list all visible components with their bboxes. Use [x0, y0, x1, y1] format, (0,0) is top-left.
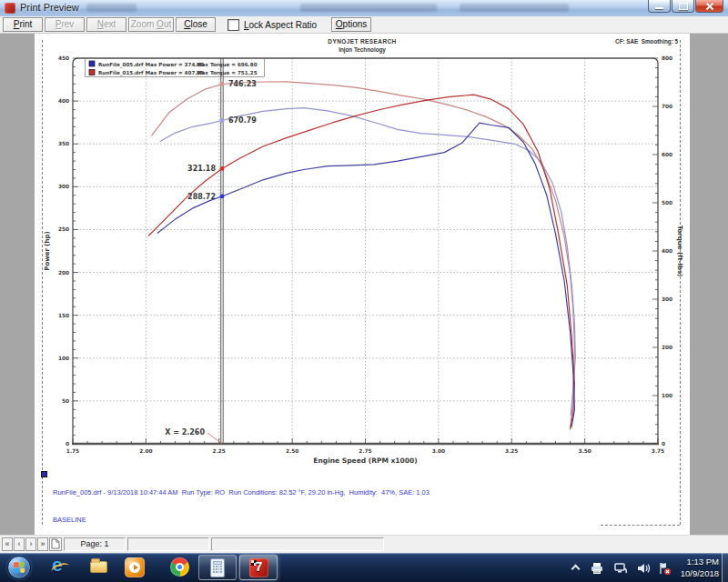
close-button[interactable] — [695, 0, 723, 13]
close-icon — [705, 2, 714, 11]
svg-text:Engine Speed (RPM x1000): Engine Speed (RPM x1000) — [313, 457, 417, 465]
print-preview-window: Print Preview Print Prev Next Zoom Out C… — [0, 0, 728, 553]
page-icon — [51, 538, 60, 549]
status-pane-3 — [211, 537, 384, 551]
svg-text:50: 50 — [62, 398, 69, 404]
screen: Print Preview Print Prev Next Zoom Out C… — [0, 0, 728, 582]
dyno-chart: 1.752.002.252.502.753.003.253.503.750501… — [35, 34, 690, 535]
svg-text:450: 450 — [58, 55, 69, 61]
svg-text:0: 0 — [66, 441, 69, 447]
minimize-icon — [655, 7, 663, 9]
chrome-taskbar-icon[interactable] — [170, 557, 190, 577]
svg-text:288.72: 288.72 — [187, 193, 216, 201]
start-button[interactable] — [7, 556, 31, 579]
network-icon — [613, 561, 628, 576]
svg-text:RunFile_005.drf Max Power = 37: RunFile_005.drf Max Power = 374.50 — [98, 62, 204, 68]
last-page-button[interactable]: » — [37, 537, 48, 551]
next-page-button[interactable]: › — [25, 537, 36, 551]
windows-explorer-taskbar-icon[interactable] — [89, 557, 109, 577]
prev-page-button[interactable]: ‹ — [14, 537, 25, 551]
media-player-taskbar-icon[interactable] — [125, 557, 145, 577]
svg-text:Max Torque = 751.25: Max Torque = 751.25 — [197, 70, 258, 76]
svg-text:300: 300 — [662, 296, 672, 302]
folder-icon — [90, 561, 107, 573]
options-button[interactable]: Options — [331, 17, 371, 32]
svg-text:321.18: 321.18 — [187, 165, 216, 173]
calculator-icon — [210, 558, 225, 577]
svg-text:Max Torque = 696.80: Max Torque = 696.80 — [197, 62, 258, 68]
svg-text:400: 400 — [662, 248, 672, 254]
app-icon — [5, 3, 15, 14]
svg-text:250: 250 — [58, 226, 69, 232]
close-preview-button[interactable]: Close — [176, 17, 216, 32]
run-bullet-blue — [41, 471, 47, 477]
lock-aspect-checkbox[interactable] — [228, 19, 239, 31]
svg-text:2.00: 2.00 — [139, 448, 152, 454]
chevron-up-icon — [571, 565, 581, 574]
windows-flag-icon — [14, 562, 25, 574]
svg-text:1.75: 1.75 — [66, 448, 79, 454]
svg-text:0: 0 — [662, 441, 665, 447]
svg-text:600: 600 — [662, 152, 672, 157]
svg-text:150: 150 — [58, 313, 69, 318]
svg-text:Power (hp): Power (hp) — [44, 231, 51, 270]
print-button[interactable]: Print — [3, 17, 43, 32]
svg-text:300: 300 — [58, 184, 69, 189]
svg-text:X = 2.260: X = 2.260 — [165, 428, 205, 436]
status-pane-2 — [127, 537, 209, 551]
svg-text:100: 100 — [58, 356, 69, 361]
svg-text:2.25: 2.25 — [213, 448, 226, 454]
clock-time: 1:13 PM — [672, 556, 719, 567]
maximize-button[interactable] — [672, 0, 694, 13]
svg-text:350: 350 — [58, 141, 69, 146]
action-center-tray-icon[interactable] — [657, 561, 672, 576]
lock-aspect-label: Lock Aspect Ratio — [244, 20, 317, 30]
zoom-out-button[interactable]: Zoom Out — [128, 17, 174, 32]
first-page-button[interactable]: « — [2, 537, 13, 551]
lock-aspect-wrap: Lock Aspect Ratio — [228, 19, 317, 31]
svg-text:2.75: 2.75 — [359, 448, 371, 454]
volume-tray-icon[interactable] — [636, 561, 651, 576]
prev-button[interactable]: Prev — [45, 17, 85, 32]
chrome-icon — [170, 557, 189, 577]
maximize-icon — [679, 3, 688, 10]
printer-icon — [590, 561, 604, 576]
tray-clock[interactable]: 1:13 PM 10/9/2018 — [672, 556, 719, 579]
page-number-pane: Page: 1 — [64, 537, 126, 551]
network-tray-icon[interactable] — [613, 561, 628, 576]
titlebar-ghost-text — [300, 4, 437, 12]
taskbar: e — [0, 553, 728, 582]
svg-text:3.50: 3.50 — [578, 448, 591, 454]
clock-date: 10/9/2018 — [672, 567, 719, 579]
minimize-button[interactable] — [648, 0, 671, 13]
titlebar[interactable]: Print Preview — [0, 0, 728, 17]
svg-text:3.25: 3.25 — [505, 448, 518, 454]
svg-text:Torque (ft-lbs): Torque (ft-lbs) — [676, 226, 683, 277]
svg-text:670.79: 670.79 — [228, 116, 257, 125]
svg-text:700: 700 — [662, 104, 672, 109]
tray-expand-button[interactable] — [570, 561, 584, 576]
page-setup-button[interactable] — [49, 537, 62, 551]
winpep-taskbar-button[interactable]: 7 — [239, 555, 278, 580]
calculator-taskbar-button[interactable] — [198, 555, 237, 580]
show-desktop-button[interactable] — [722, 553, 728, 582]
svg-text:3.75: 3.75 — [652, 448, 664, 454]
svg-text:746.23: 746.23 — [228, 80, 257, 88]
svg-text:800: 800 — [662, 55, 672, 61]
run1-name: BASELINE — [53, 516, 430, 525]
run1-details: RunFile_005.drf - 9/13/2018 10:47:44 AM … — [53, 488, 430, 497]
printer-tray-icon[interactable] — [590, 561, 604, 576]
winpep-icon: 7 — [249, 558, 268, 577]
svg-text:200: 200 — [58, 270, 69, 276]
preview-client-area: DYNOJET RESEARCH Injon Technology CF: SA… — [0, 34, 728, 535]
svg-text:RunFile_015.drf Max Power = 40: RunFile_015.drf Max Power = 407.29 — [98, 70, 204, 76]
toolbar: Print Prev Next Zoom Out Close Lock Aspe… — [0, 16, 728, 34]
svg-text:500: 500 — [662, 200, 672, 206]
next-button[interactable]: Next — [86, 17, 126, 32]
internet-explorer-taskbar-icon[interactable]: e — [51, 557, 71, 577]
flag-icon — [657, 561, 672, 576]
svg-text:400: 400 — [58, 98, 69, 104]
svg-text:200: 200 — [662, 345, 672, 350]
window-title: Print Preview — [20, 2, 79, 13]
titlebar-ghost-text — [86, 4, 136, 12]
